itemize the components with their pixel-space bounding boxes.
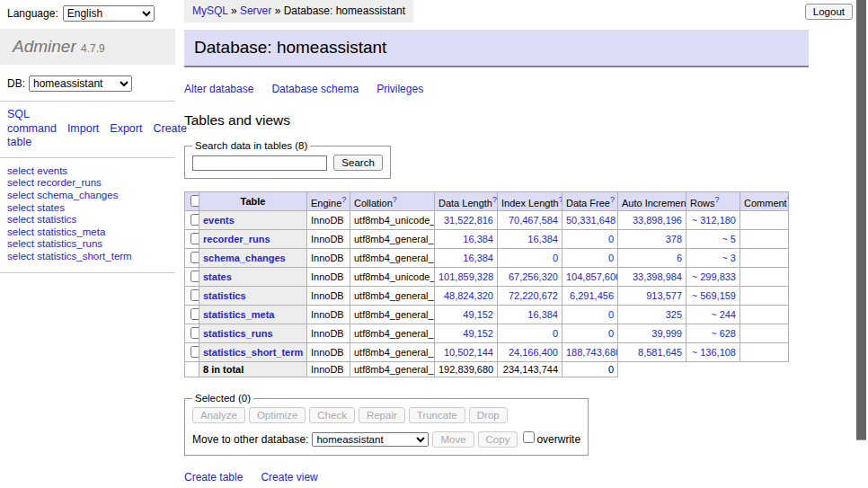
sidebar-link-select-statistics-runs[interactable]: select statistics_runs — [0, 238, 175, 251]
cell-value-link[interactable]: ~ 628 — [711, 328, 736, 339]
row-checkbox[interactable] — [190, 346, 199, 358]
column-help-link[interactable]: ? — [559, 195, 562, 204]
cell-value-link[interactable]: 67,256,320 — [509, 271, 558, 282]
truncate-button[interactable]: Truncate — [409, 407, 465, 423]
row-checkbox[interactable] — [190, 289, 199, 301]
db-link-privileges[interactable]: Privileges — [376, 83, 423, 95]
cell-value-link[interactable]: ~ 3 — [722, 253, 736, 263]
cell-value-link[interactable]: 49,152 — [463, 309, 493, 320]
cell-value-link[interactable]: 0 — [553, 253, 558, 263]
sidebar-link-select-schema-changes[interactable]: select schema_changes — [0, 190, 175, 202]
column-help-link[interactable]: ? — [393, 195, 397, 204]
search-input[interactable] — [192, 155, 327, 171]
scrollbar-thumb[interactable] — [856, 0, 866, 440]
cell-value-link[interactable]: 378 — [666, 234, 682, 244]
table-name-link[interactable]: schema_changes — [203, 253, 286, 263]
column-help-link[interactable]: ? — [787, 195, 789, 204]
cell-value-link[interactable]: ~ 244 — [711, 309, 736, 320]
cell-value-link[interactable]: ~ 569,159 — [692, 290, 736, 301]
check-button[interactable]: Check — [309, 407, 355, 423]
cell-value-link[interactable]: 101,859,328 — [438, 271, 493, 282]
table-name-link[interactable]: statistics_short_term — [203, 347, 303, 358]
cell-value-link[interactable]: 325 — [666, 309, 682, 320]
cell-value-link[interactable]: 33,898,196 — [633, 215, 682, 226]
cell-value-link[interactable]: 50,331,648 — [566, 215, 616, 226]
link-create-view[interactable]: Create view — [261, 471, 317, 484]
cell-value-link[interactable]: 33,398,984 — [633, 271, 682, 282]
cell-value-link[interactable]: 48,824,320 — [444, 290, 493, 301]
cell-value-link[interactable]: ~ 136,108 — [692, 347, 736, 358]
cell-value-link[interactable]: 31,522,816 — [444, 215, 493, 226]
sidebar-link-select-statistics-short-term[interactable]: select statistics_short_term — [0, 251, 175, 263]
row-checkbox[interactable] — [190, 252, 199, 263]
table-name-link[interactable]: recorder_runs — [203, 234, 270, 244]
row-checkbox[interactable] — [190, 233, 199, 244]
row-checkbox[interactable] — [190, 214, 199, 226]
sidebar-action-import[interactable]: Import — [67, 122, 99, 135]
cell-value-link[interactable]: 0 — [608, 328, 614, 339]
cell-value-link[interactable]: ~ 5 — [722, 234, 736, 244]
sidebar-link-select-states[interactable]: select states — [0, 202, 175, 215]
cell-engine: InnoDB — [307, 230, 350, 249]
cell-value-link[interactable]: 16,384 — [527, 234, 558, 244]
cell-value-link[interactable]: 16,384 — [463, 234, 493, 244]
column-help-link[interactable]: ? — [341, 195, 346, 204]
cell-value-link[interactable]: 913,577 — [646, 290, 682, 301]
move-button[interactable]: Move — [432, 431, 474, 448]
breadcrumb-mysql-link[interactable]: MySQL — [192, 4, 228, 17]
cell-value-link[interactable]: 72,220,672 — [509, 290, 558, 301]
row-checkbox[interactable] — [190, 271, 199, 282]
language-select[interactable]: English — [63, 5, 155, 22]
column-help-link[interactable]: ? — [492, 195, 497, 204]
column-help-link[interactable]: ? — [610, 195, 615, 204]
cell-value-link[interactable]: 104,857,600 — [566, 271, 618, 282]
sidebar-link-select-events[interactable]: select events — [0, 165, 175, 178]
search-legend: Search data in tables (8) — [192, 140, 310, 151]
analyze-button[interactable]: Analyze — [192, 407, 245, 423]
cell-value-link[interactable]: 0 — [608, 234, 614, 244]
search-button[interactable]: Search — [333, 155, 382, 171]
row-checkbox[interactable] — [190, 308, 199, 320]
cell-value-link[interactable]: 0 — [608, 309, 614, 320]
move-db-select[interactable]: homeassistant — [312, 432, 429, 447]
vertical-scrollbar[interactable] — [855, 0, 868, 488]
cell-value-link[interactable]: 24,166,400 — [509, 347, 558, 358]
cell-value-link[interactable]: 6 — [677, 253, 682, 263]
cell-value-link[interactable]: 16,384 — [527, 309, 558, 320]
db-link-database-schema[interactable]: Database schema — [271, 83, 359, 95]
overwrite-checkbox[interactable] — [523, 431, 535, 443]
select-all-checkbox[interactable] — [190, 195, 199, 207]
sidebar-link-select-recorder-runs[interactable]: select recorder_runs — [0, 177, 175, 190]
repair-button[interactable]: Repair — [359, 407, 405, 423]
drop-button[interactable]: Drop — [469, 407, 508, 423]
sidebar-link-select-statistics-meta[interactable]: select statistics_meta — [0, 226, 175, 239]
cell-value-link[interactable]: 10,502,144 — [444, 347, 493, 358]
cell-value-link[interactable]: 39,999 — [651, 328, 682, 339]
cell-value-link[interactable]: 8,581,645 — [638, 347, 682, 358]
cell-value-link[interactable]: 70,467,584 — [509, 215, 558, 226]
sidebar-action-export[interactable]: Export — [110, 122, 142, 135]
cell-value-link[interactable]: 6,291,456 — [570, 290, 614, 301]
db-select[interactable]: homeassistant — [29, 75, 132, 92]
row-checkbox[interactable] — [190, 327, 199, 339]
optimize-button[interactable]: Optimize — [249, 407, 306, 423]
sidebar-link-select-statistics[interactable]: select statistics — [0, 214, 175, 226]
column-help-link[interactable]: ? — [715, 195, 720, 204]
copy-button[interactable]: Copy — [478, 431, 518, 448]
table-name-link[interactable]: statistics_runs — [203, 328, 273, 339]
cell-value-link[interactable]: 0 — [553, 328, 558, 339]
breadcrumb-server-link[interactable]: Server — [240, 4, 271, 17]
cell-value-link[interactable]: 0 — [608, 253, 614, 263]
cell-value-link[interactable]: 16,384 — [463, 253, 493, 263]
cell-value-link[interactable]: 49,152 — [463, 328, 493, 339]
table-name-link[interactable]: statistics_meta — [203, 309, 275, 320]
table-name-link[interactable]: states — [203, 271, 232, 282]
cell-value-link[interactable]: ~ 312,180 — [692, 215, 736, 226]
cell-value-link[interactable]: 188,743,680 — [566, 347, 618, 358]
sidebar-action-sql-command[interactable]: SQL command — [7, 108, 57, 135]
table-name-link[interactable]: events — [203, 215, 235, 226]
table-name-link[interactable]: statistics — [203, 290, 246, 301]
cell-value-link[interactable]: ~ 299,833 — [692, 271, 736, 282]
db-link-alter-database[interactable]: Alter database — [184, 83, 253, 95]
link-create-table[interactable]: Create table — [184, 471, 243, 484]
